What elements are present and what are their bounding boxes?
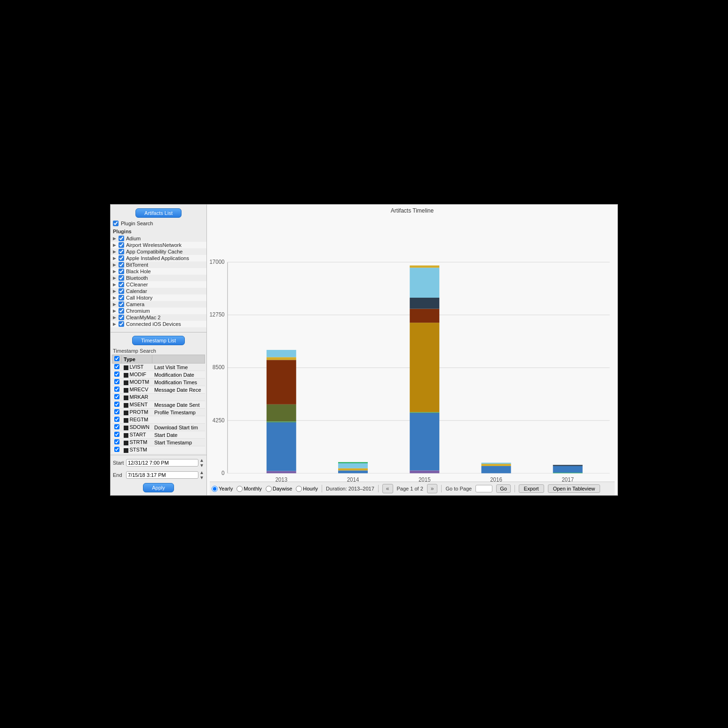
plugin-item[interactable]: ▶Black Hole xyxy=(111,268,206,275)
ts-check-cell[interactable] xyxy=(112,364,122,371)
plugin-item[interactable]: ▶CleanMyMac 2 xyxy=(111,314,206,321)
artifacts-list-button[interactable]: Artifacts List xyxy=(135,208,182,218)
start-stepper[interactable]: ▲▼ xyxy=(199,458,204,468)
plugin-item[interactable]: ▶Chromium xyxy=(111,308,206,314)
ts-row[interactable]: MODTM Modification Times xyxy=(112,379,205,386)
ts-all-check[interactable] xyxy=(114,356,119,361)
ts-check-cell[interactable] xyxy=(112,394,122,401)
plugin-checkbox[interactable] xyxy=(119,262,124,268)
ts-row[interactable]: STSTM xyxy=(112,446,205,454)
timestamp-list-button[interactable]: Timestamp List xyxy=(132,336,185,345)
plugin-checkbox[interactable] xyxy=(119,255,124,261)
ts-check-cell[interactable] xyxy=(112,416,122,424)
plugin-checkbox[interactable] xyxy=(119,249,124,254)
plugin-checkbox[interactable] xyxy=(119,275,124,281)
svg-rect-26 xyxy=(410,413,439,471)
radio-daywise-input[interactable] xyxy=(266,486,272,492)
ts-check-cell[interactable] xyxy=(112,409,122,416)
ts-checkbox[interactable] xyxy=(114,424,119,429)
ts-row[interactable]: REGTM xyxy=(112,416,205,424)
ts-checkbox[interactable] xyxy=(114,409,119,414)
ts-row[interactable]: MRKAR xyxy=(112,394,205,401)
radio-daywise-label: Daywise xyxy=(273,486,293,491)
end-input[interactable] xyxy=(126,471,198,479)
go-button[interactable]: Go xyxy=(496,484,511,493)
radio-daywise[interactable]: Daywise xyxy=(266,486,293,492)
start-input[interactable] xyxy=(126,459,198,467)
end-stepper[interactable]: ▲▼ xyxy=(199,470,204,480)
ts-row[interactable]: SDOWN Download Start tim xyxy=(112,424,205,431)
plugin-checkbox[interactable] xyxy=(119,301,124,307)
plugin-item[interactable]: ▶BitTorrent xyxy=(111,261,206,268)
ts-check-cell[interactable] xyxy=(112,401,122,409)
plugin-search-checkbox[interactable] xyxy=(113,221,119,226)
plugin-item[interactable]: ▶Bluetooth xyxy=(111,275,206,281)
plugin-item[interactable]: ▶Airport WirelessNetwork xyxy=(111,242,206,248)
plugin-checkbox[interactable] xyxy=(119,269,124,274)
open-tableview-button[interactable]: Open in Tableview xyxy=(548,484,601,493)
ts-checkbox[interactable] xyxy=(114,417,119,422)
ts-row[interactable]: MODIF Modification Date xyxy=(112,371,205,379)
ts-checkbox[interactable] xyxy=(114,402,119,407)
ts-checkbox[interactable] xyxy=(114,432,119,437)
ts-color-box xyxy=(124,380,128,385)
plugin-checkbox[interactable] xyxy=(119,308,124,314)
radio-hourly-input[interactable] xyxy=(296,486,302,492)
plugin-item[interactable]: ▶App Compatibility Cache xyxy=(111,248,206,255)
svg-rect-39 xyxy=(553,473,583,473)
plugin-item[interactable]: ▶Apple Installed Applications xyxy=(111,255,206,261)
ts-label-cell: Start Date xyxy=(152,431,205,439)
radio-monthly[interactable]: Monthly xyxy=(237,486,262,492)
ts-checkbox[interactable] xyxy=(114,447,119,452)
ts-checkbox[interactable] xyxy=(114,387,119,392)
ts-col-check xyxy=(112,355,122,364)
radio-yearly[interactable]: Yearly xyxy=(212,486,233,492)
ts-check-cell[interactable] xyxy=(112,446,122,454)
ts-checkbox[interactable] xyxy=(114,364,119,369)
ts-row[interactable]: STRTM Start Timestamp xyxy=(112,439,205,446)
prev-button[interactable]: « xyxy=(382,484,393,493)
ts-row[interactable]: MSENT Message Date Sent xyxy=(112,401,205,409)
plugin-item[interactable]: ▶Connected iOS Devices xyxy=(111,321,206,327)
ts-check-cell[interactable] xyxy=(112,386,122,394)
ts-checkbox[interactable] xyxy=(114,439,119,444)
svg-rect-31 xyxy=(410,298,439,309)
apply-button[interactable]: Apply xyxy=(143,483,174,492)
ts-check-cell[interactable] xyxy=(112,439,122,446)
export-button[interactable]: Export xyxy=(519,484,544,493)
plugin-checkbox[interactable] xyxy=(119,236,124,241)
timestamp-table-container: Type LVIST Last Visit Time MODIF Modific… xyxy=(111,355,206,453)
ts-checkbox[interactable] xyxy=(114,372,119,377)
ts-row[interactable]: MRECV Message Date Rece xyxy=(112,386,205,394)
plugin-item[interactable]: ▶Adium xyxy=(111,235,206,242)
ts-code-cell: MSENT xyxy=(122,401,152,409)
plugin-checkbox[interactable] xyxy=(119,295,124,301)
ts-checkbox[interactable] xyxy=(114,379,119,384)
ts-check-cell[interactable] xyxy=(112,379,122,386)
ts-check-cell[interactable] xyxy=(112,371,122,379)
svg-rect-40 xyxy=(553,466,583,473)
ts-row[interactable]: START Start Date xyxy=(112,431,205,439)
duration-text: Duration: 2013–2017 xyxy=(326,486,374,491)
radio-hourly[interactable]: Hourly xyxy=(296,486,318,492)
plugin-checkbox[interactable] xyxy=(119,282,124,287)
plugin-checkbox[interactable] xyxy=(119,288,124,294)
ts-check-cell[interactable] xyxy=(112,431,122,439)
plugin-item[interactable]: ▶Call History xyxy=(111,294,206,301)
plugin-item[interactable]: ▶Calendar xyxy=(111,288,206,294)
plugin-name: Camera xyxy=(126,301,144,307)
ts-row[interactable]: PROTM Profile Timestamp xyxy=(112,409,205,416)
go-to-page-input[interactable] xyxy=(475,485,492,492)
ts-checkbox[interactable] xyxy=(114,394,119,399)
plugin-checkbox[interactable] xyxy=(119,315,124,320)
plugin-item[interactable]: ▶Camera xyxy=(111,301,206,308)
next-button[interactable]: » xyxy=(427,484,438,493)
plugin-checkbox[interactable] xyxy=(119,242,124,248)
svg-text:12750: 12750 xyxy=(210,311,225,318)
radio-monthly-input[interactable] xyxy=(237,486,243,492)
plugin-item[interactable]: ▶CCleaner xyxy=(111,281,206,288)
ts-row[interactable]: LVIST Last Visit Time xyxy=(112,364,205,371)
radio-yearly-input[interactable] xyxy=(212,486,218,492)
plugin-checkbox[interactable] xyxy=(119,321,124,327)
ts-check-cell[interactable] xyxy=(112,424,122,431)
